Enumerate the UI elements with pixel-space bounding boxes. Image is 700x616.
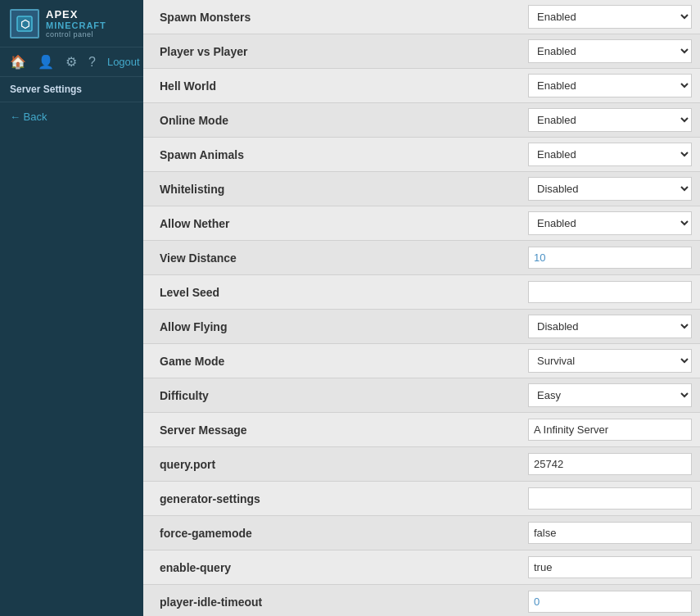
setting-label: Player vs Player bbox=[143, 37, 520, 66]
table-row: View Distance bbox=[143, 241, 700, 275]
setting-select[interactable]: EnabledDisabled bbox=[528, 39, 692, 63]
table-row: WhitelistingEnabledDisabled bbox=[143, 172, 700, 206]
brand-minecraft: MINECRAFT bbox=[46, 20, 106, 30]
logo-icon: ⬡ bbox=[10, 9, 39, 38]
setting-label: Level Seed bbox=[143, 278, 520, 307]
table-row: player-idle-timeout bbox=[143, 585, 700, 616]
table-row: Online ModeEnabledDisabled bbox=[143, 103, 700, 138]
setting-input[interactable] bbox=[528, 522, 692, 544]
setting-label: View Distance bbox=[143, 243, 520, 273]
setting-label: Server Message bbox=[143, 415, 520, 445]
sidebar-section-label: Server Settings bbox=[0, 77, 143, 102]
sidebar-nav: 🏠 👤 ⚙ ? Logout bbox=[0, 48, 143, 77]
setting-select[interactable]: EnabledDisabled bbox=[528, 315, 692, 338]
table-row: Level Seed bbox=[143, 275, 700, 310]
setting-input[interactable] bbox=[528, 556, 692, 578]
main-content: Spawn MonstersEnabledDisabledPlayer vs P… bbox=[143, 0, 700, 616]
brand-text: APEX MINECRAFT control panel bbox=[46, 8, 106, 38]
setting-input[interactable] bbox=[528, 591, 692, 613]
home-icon[interactable]: 🏠 bbox=[10, 54, 26, 70]
back-button[interactable]: ← Back bbox=[0, 102, 143, 131]
settings-icon[interactable]: ⚙ bbox=[65, 54, 77, 70]
setting-select[interactable]: EnabledDisabled bbox=[528, 5, 692, 29]
table-row: Player vs PlayerEnabledDisabled bbox=[143, 34, 700, 69]
table-row: Spawn AnimalsEnabledDisabled bbox=[143, 138, 700, 172]
setting-label: enable-query bbox=[143, 553, 520, 582]
setting-input[interactable] bbox=[528, 453, 692, 475]
table-row: generator-settings bbox=[143, 482, 700, 516]
brand-apex: APEX bbox=[46, 8, 106, 20]
setting-label: player-idle-timeout bbox=[143, 587, 520, 617]
setting-label: Spawn Animals bbox=[143, 140, 520, 170]
table-row: Hell WorldEnabledDisabled bbox=[143, 69, 700, 103]
table-row: Server Message bbox=[143, 413, 700, 447]
table-row: query.port bbox=[143, 447, 700, 482]
logout-link[interactable]: Logout bbox=[107, 56, 140, 68]
setting-label: Whitelisting bbox=[143, 174, 520, 204]
setting-input[interactable] bbox=[528, 419, 692, 441]
setting-label: Game Mode bbox=[143, 346, 520, 376]
setting-label: Allow Flying bbox=[143, 312, 520, 342]
setting-input[interactable] bbox=[528, 487, 692, 510]
setting-select[interactable]: EnabledDisabled bbox=[528, 74, 692, 97]
settings-list: Spawn MonstersEnabledDisabledPlayer vs P… bbox=[143, 0, 700, 616]
setting-label: generator-settings bbox=[143, 484, 520, 514]
setting-label: Spawn Monsters bbox=[143, 2, 520, 32]
setting-label: Allow Nether bbox=[143, 209, 520, 238]
sidebar: ⬡ APEX MINECRAFT control panel 🏠 👤 ⚙ ? L… bbox=[0, 0, 143, 616]
setting-select[interactable]: SurvivalCreativeAdventureSpectator bbox=[528, 349, 692, 373]
help-icon[interactable]: ? bbox=[88, 55, 96, 70]
setting-label: Difficulty bbox=[143, 381, 520, 410]
setting-label: Hell World bbox=[143, 71, 520, 101]
svg-text:⬡: ⬡ bbox=[20, 18, 29, 30]
setting-select[interactable]: EnabledDisabled bbox=[528, 108, 692, 132]
setting-select[interactable]: PeacefulEasyNormalHard bbox=[528, 383, 692, 407]
sidebar-header: ⬡ APEX MINECRAFT control panel bbox=[0, 0, 143, 48]
setting-label: Online Mode bbox=[143, 106, 520, 135]
table-row: Allow FlyingEnabledDisabled bbox=[143, 310, 700, 344]
table-row: Spawn MonstersEnabledDisabled bbox=[143, 0, 700, 34]
table-row: Allow NetherEnabledDisabled bbox=[143, 206, 700, 241]
setting-label: force-gamemode bbox=[143, 519, 520, 548]
setting-select[interactable]: EnabledDisabled bbox=[528, 211, 692, 235]
table-row: enable-query bbox=[143, 550, 700, 585]
table-row: DifficultyPeacefulEasyNormalHard bbox=[143, 378, 700, 413]
setting-label: query.port bbox=[143, 450, 520, 479]
setting-input[interactable] bbox=[528, 281, 692, 303]
setting-input[interactable] bbox=[528, 247, 692, 269]
table-row: force-gamemode bbox=[143, 516, 700, 550]
table-row: Game ModeSurvivalCreativeAdventureSpecta… bbox=[143, 344, 700, 378]
users-icon[interactable]: 👤 bbox=[38, 54, 54, 70]
setting-select[interactable]: EnabledDisabled bbox=[528, 177, 692, 201]
brand-control: control panel bbox=[46, 30, 106, 38]
setting-select[interactable]: EnabledDisabled bbox=[528, 143, 692, 166]
